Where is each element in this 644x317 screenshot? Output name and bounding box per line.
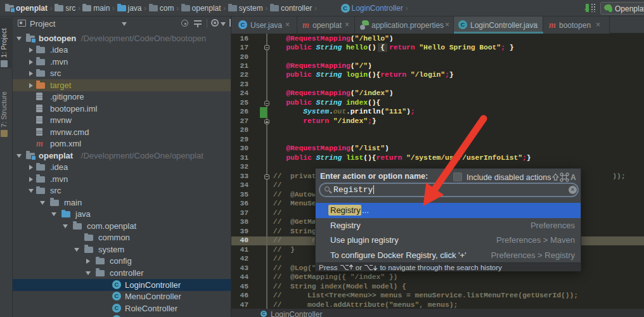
svg-text:A: A	[570, 173, 576, 182]
